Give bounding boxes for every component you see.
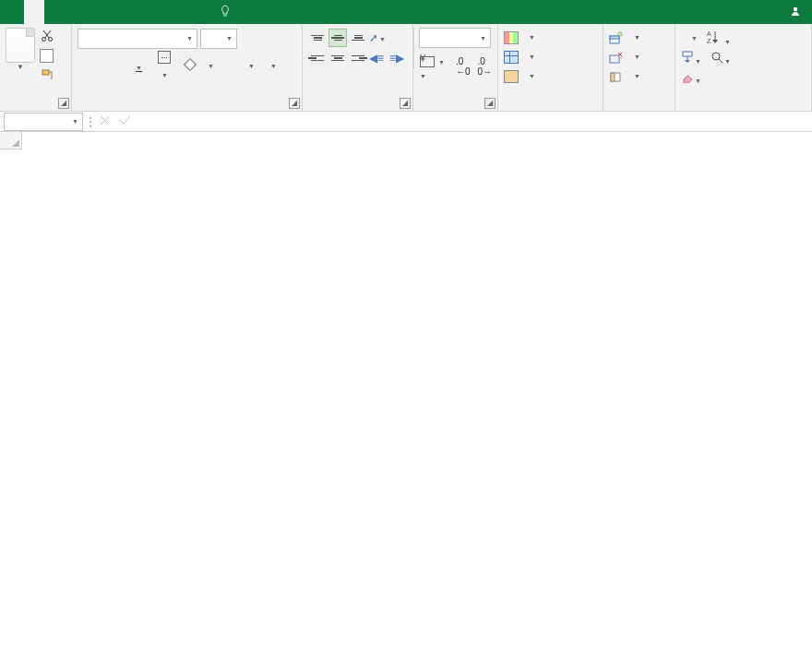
tab-file[interactable] xyxy=(4,0,24,24)
align-top-button[interactable] xyxy=(308,29,327,47)
cells-area[interactable] xyxy=(22,150,812,646)
group-cells: ▼ ▼ ▼ xyxy=(603,24,675,111)
tab-view[interactable] xyxy=(146,0,166,24)
svg-marker-23 xyxy=(712,40,718,43)
chevron-down-icon: ▼ xyxy=(634,34,640,41)
tab-home[interactable] xyxy=(24,0,44,24)
orientation-button[interactable]: ➚▼ xyxy=(369,31,388,44)
chevron-down-icon: ▼ xyxy=(634,54,640,60)
increase-decimal-button[interactable]: .0←0 xyxy=(456,56,471,77)
tab-insert[interactable] xyxy=(44,0,65,24)
alignment-launcher[interactable]: ◢ xyxy=(400,98,411,109)
tab-page-layout[interactable] xyxy=(65,0,85,24)
tab-data[interactable] xyxy=(105,0,125,24)
share-button[interactable] xyxy=(790,0,805,24)
ribbon: ▼ ◢ ▼ ▼ xyxy=(0,24,812,112)
font-color-bar xyxy=(223,64,238,67)
bucket-icon xyxy=(184,58,197,69)
svg-point-1 xyxy=(794,6,797,10)
svg-rect-11 xyxy=(610,36,619,39)
cancel-formula-button[interactable] xyxy=(100,114,110,128)
sort-filter-button[interactable]: AZ▼ xyxy=(707,30,731,47)
cut-button[interactable] xyxy=(41,30,54,45)
group-label-font xyxy=(78,94,296,109)
find-select-button[interactable]: ▼ xyxy=(710,51,731,66)
underline-button[interactable]: ▼ xyxy=(129,59,148,73)
chevron-down-icon: ▼ xyxy=(161,72,168,78)
name-box[interactable]: ▼ xyxy=(4,113,83,131)
font-name-select[interactable]: ▼ xyxy=(78,29,197,49)
table-icon xyxy=(504,51,519,64)
fill-button[interactable]: ▼ xyxy=(681,51,701,66)
svg-text:Z: Z xyxy=(707,38,711,44)
chevron-down-icon[interactable]: ▼ xyxy=(691,35,698,42)
group-styles: ▼ ▼ ▼ xyxy=(498,24,603,111)
number-launcher[interactable]: ◢ xyxy=(484,98,496,109)
increase-indent-button[interactable]: ≡▶ xyxy=(389,52,408,65)
tell-me[interactable] xyxy=(220,5,236,20)
group-editing: ▼ AZ▼ ▼ ▼ ▼ xyxy=(675,24,812,111)
align-middle-button[interactable] xyxy=(328,29,347,47)
font-color-button[interactable] xyxy=(221,64,240,67)
format-as-table-button[interactable]: ▼ xyxy=(504,47,597,66)
decrease-indent-button[interactable]: ◀≡ xyxy=(369,52,388,65)
cell-styles-button[interactable]: ▼ xyxy=(504,66,597,86)
row-headers xyxy=(0,150,22,646)
fill-color-button[interactable] xyxy=(181,58,199,73)
copy-button[interactable] xyxy=(42,51,54,63)
align-center-button[interactable] xyxy=(328,49,347,67)
tab-easycharts[interactable] xyxy=(166,0,186,24)
group-label-clipboard xyxy=(6,94,66,109)
svg-point-2 xyxy=(42,38,46,42)
chevron-down-icon: ▼ xyxy=(186,35,193,42)
chevron-down-icon: ▼ xyxy=(724,39,731,45)
chevron-down-icon: ▼ xyxy=(724,58,731,65)
tab-formulas[interactable] xyxy=(85,0,105,24)
select-all-corner[interactable] xyxy=(0,132,22,150)
name-box-resize[interactable]: ⋮ xyxy=(85,115,92,128)
clear-button[interactable]: ▼ xyxy=(681,72,701,86)
group-font: ▼ ▼ ▼ ▼ ▼ xyxy=(72,24,303,111)
chevron-down-icon[interactable]: ▼ xyxy=(270,63,277,69)
border-icon xyxy=(158,51,171,64)
format-painter-button[interactable] xyxy=(41,68,54,81)
magnifier-icon xyxy=(710,51,723,64)
tab-review[interactable] xyxy=(125,0,146,24)
chevron-down-icon: ▼ xyxy=(17,63,24,71)
align-bottom-button[interactable] xyxy=(349,29,367,47)
spreadsheet-grid[interactable] xyxy=(0,132,812,646)
number-format-select[interactable]: ▼ xyxy=(419,28,491,48)
insert-cells-button[interactable]: ▼ xyxy=(609,28,669,47)
accounting-format-button[interactable]: ¥▼ xyxy=(419,52,434,81)
conditional-formatting-button[interactable]: ▼ xyxy=(504,28,597,47)
group-label-cells xyxy=(609,94,669,109)
chevron-down-icon[interactable]: ▼ xyxy=(248,63,255,69)
enter-formula-button[interactable] xyxy=(119,114,131,128)
svg-line-28 xyxy=(719,59,722,63)
svg-text:A: A xyxy=(707,30,711,37)
scissors-icon xyxy=(41,30,54,42)
formula-input[interactable] xyxy=(148,113,812,131)
paste-button[interactable]: ▼ xyxy=(6,28,35,94)
clipboard-launcher[interactable]: ◢ xyxy=(58,98,69,109)
border-button[interactable]: ▼ xyxy=(155,51,173,80)
check-icon xyxy=(119,115,131,126)
chevron-down-icon: ▼ xyxy=(136,65,142,71)
font-size-select[interactable]: ▼ xyxy=(200,29,237,49)
chevron-down-icon: ▼ xyxy=(695,58,701,65)
decrease-decimal-button[interactable]: .00→ xyxy=(477,56,492,77)
format-cells-button[interactable]: ▼ xyxy=(609,66,669,86)
align-right-button[interactable] xyxy=(349,49,367,67)
chevron-down-icon: ▼ xyxy=(634,73,640,79)
svg-rect-15 xyxy=(610,55,619,63)
delete-cells-button[interactable]: ▼ xyxy=(609,47,669,66)
insert-icon xyxy=(609,31,624,44)
chevron-down-icon: ▼ xyxy=(420,73,426,79)
align-left-button[interactable] xyxy=(308,49,327,67)
font-launcher[interactable]: ◢ xyxy=(289,98,300,109)
tab-help[interactable] xyxy=(186,0,207,24)
person-icon xyxy=(790,6,801,19)
x-icon xyxy=(100,115,110,126)
currency-icon: ¥ xyxy=(419,52,432,65)
chevron-down-icon[interactable]: ▼ xyxy=(208,63,214,69)
